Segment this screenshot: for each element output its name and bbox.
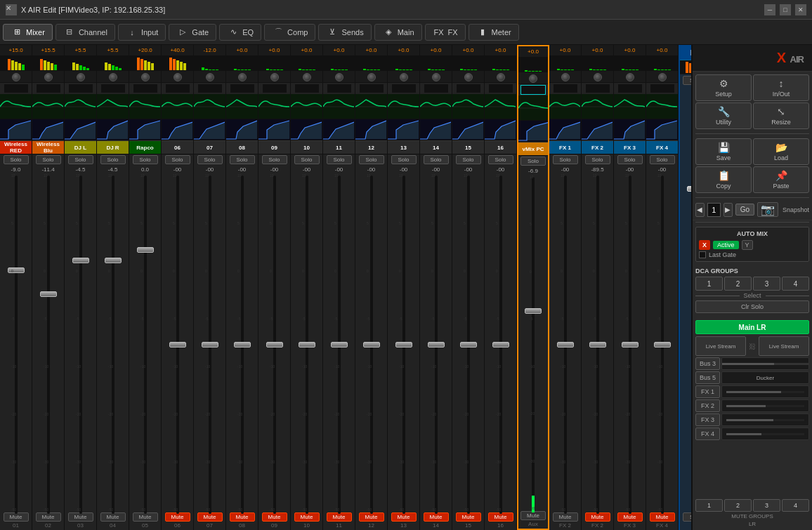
channel-number-FX 3: FX 3 [624, 522, 636, 529]
pan-Aux[interactable] [518, 73, 548, 84]
pan-11[interactable] [323, 72, 355, 83]
automix-x-button[interactable]: X [699, 240, 710, 250]
pan-16[interactable] [485, 72, 516, 83]
fx2-mini-fader[interactable] [721, 399, 809, 412]
dca-btn-3[interactable]: 3 [753, 277, 780, 291]
mute-group-btn-3[interactable]: 3 [753, 499, 780, 512]
solo-button-10[interactable]: Solo [294, 155, 320, 164]
nav-channel[interactable]: ⊟ Channel [55, 24, 115, 41]
pan-14[interactable] [420, 72, 452, 83]
solo-button-04[interactable]: Solo [100, 155, 126, 164]
pan-09[interactable] [258, 72, 290, 83]
setup-button[interactable]: ⚙ Setup [695, 74, 752, 101]
solo-button-14[interactable]: Solo [424, 155, 449, 164]
solo-button-FX 3[interactable]: Solo [617, 155, 643, 164]
nav-input[interactable]: ↓ Input [118, 24, 166, 41]
pan-01[interactable] [0, 72, 32, 83]
solo-button-12[interactable]: Solo [359, 155, 384, 164]
pan-FX 2[interactable] [549, 72, 581, 83]
lr-solo-button[interactable]: Solo [683, 76, 691, 85]
fx4-mini-fader[interactable] [721, 428, 809, 440]
solo-button-08[interactable]: Solo [230, 155, 255, 164]
dca-btn-1[interactable]: 1 [695, 277, 723, 291]
pan-15[interactable] [452, 72, 484, 83]
pan-12[interactable] [355, 72, 387, 83]
solo-button-Aux[interactable]: Solo [520, 157, 546, 166]
solo-button-05[interactable]: Solo [133, 155, 158, 164]
pan-05[interactable] [129, 72, 161, 83]
save-icon: 💾 [718, 142, 730, 153]
pan-07[interactable] [194, 72, 225, 83]
mute-group-btn-2[interactable]: 2 [724, 499, 752, 512]
pan-04[interactable] [97, 72, 129, 83]
maximize-button[interactable]: □ [780, 4, 791, 15]
pan-06[interactable] [162, 72, 193, 83]
bus3-label: Bus 3 [695, 357, 720, 370]
pan-03[interactable] [65, 72, 96, 83]
close-button[interactable]: ✕ [795, 4, 806, 15]
load-button[interactable]: 📂 Load [753, 138, 809, 165]
dca-btn-2[interactable]: 2 [724, 277, 752, 291]
nav-main[interactable]: ◈ Main [374, 24, 422, 41]
mixer-area: +15.0Wireless REDSolo-9.01050-5-10-20-30… [0, 45, 691, 530]
solo-button-11[interactable]: Solo [327, 155, 352, 164]
minimize-button[interactable]: ─ [764, 4, 775, 15]
mainlr-button[interactable]: Main LR [695, 320, 809, 334]
dynamics-display-Aux [518, 121, 548, 142]
nav-mixer[interactable]: ⊞ Mixer [3, 24, 53, 41]
nav-fx[interactable]: FX FX [425, 24, 466, 41]
snapshot-next-button[interactable]: ▶ [723, 203, 733, 217]
paste-button[interactable]: 📌 Paste [753, 166, 809, 193]
save-button[interactable]: 💾 Save [695, 138, 752, 165]
livestream2-button[interactable]: Live Stream [759, 336, 809, 356]
lastgate-checkbox[interactable] [699, 251, 706, 258]
nav-comp[interactable]: ⌒ Comp [264, 24, 315, 41]
nav-eq[interactable]: ∿ EQ [219, 24, 261, 41]
lr-mute-button[interactable]: Solo [683, 512, 691, 522]
pan-FX 4[interactable] [646, 72, 678, 83]
lr-fader-handle[interactable] [687, 186, 691, 192]
fx3-mini-fader[interactable] [721, 413, 809, 426]
solo-button-09[interactable]: Solo [262, 155, 287, 164]
fx1-mini-fader[interactable] [721, 385, 809, 398]
resize-button[interactable]: ⤡ Resize [753, 102, 809, 129]
solo-button-15[interactable]: Solo [456, 155, 481, 164]
pan-13[interactable] [388, 72, 419, 83]
channel-name-04: DJ R [97, 140, 129, 154]
clrsolo-button[interactable]: Clr Solo [695, 300, 809, 313]
solo-button-FX 4[interactable]: Solo [650, 155, 675, 164]
solo-button-07[interactable]: Solo [197, 155, 223, 164]
utility-button[interactable]: 🔧 Utility [695, 102, 752, 129]
dca-btn-4[interactable]: 4 [782, 277, 809, 291]
automix-y-button[interactable]: Y [742, 240, 753, 250]
nav-meter[interactable]: ▮ Meter [469, 24, 519, 41]
mute-group-btn-1[interactable]: 1 [695, 499, 723, 512]
fader-section-Aux: 1050-5-10-20-30-50 [518, 175, 548, 510]
pan-FX 3[interactable] [614, 72, 646, 83]
pan-10[interactable] [291, 72, 322, 83]
solo-button-13[interactable]: Solo [391, 155, 417, 164]
snapshot-go-button[interactable]: Go [735, 204, 754, 216]
solo-button-03[interactable]: Solo [68, 155, 93, 164]
solo-button-06[interactable]: Solo [165, 155, 190, 164]
pan-02[interactable] [32, 72, 64, 83]
copy-button[interactable]: 📋 Copy [695, 166, 752, 193]
snapshot-camera-button[interactable]: 📷 [757, 202, 778, 217]
solo-button-FX 2[interactable]: Solo [553, 155, 578, 164]
inout-button[interactable]: ↕ In/Out [753, 74, 809, 101]
nav-gate[interactable]: ▷ Gate [169, 24, 216, 41]
bus5-mini-fader[interactable]: Ducker [721, 371, 809, 384]
solo-button-16[interactable]: Solo [488, 155, 513, 164]
pan-FX 2[interactable] [582, 72, 613, 83]
solo-button-01[interactable]: Solo [4, 155, 29, 164]
snapshot-prev-button[interactable]: ◀ [695, 203, 705, 217]
solo-button-02[interactable]: Solo [36, 155, 61, 164]
channel-strip-Aux: +0.0vMix PCSolo-6.91050-5-10-20-30-50Mut… [517, 45, 549, 530]
livestream1-button[interactable]: Live Stream [695, 336, 746, 356]
mute-group-btn-4[interactable]: 4 [782, 499, 809, 512]
bus3-mini-fader[interactable] [721, 357, 809, 370]
meter-16 [485, 56, 516, 72]
pan-08[interactable] [226, 72, 258, 83]
solo-button-FX 2[interactable]: Solo [585, 155, 610, 164]
nav-sends[interactable]: ⊻ Sends [318, 24, 371, 41]
